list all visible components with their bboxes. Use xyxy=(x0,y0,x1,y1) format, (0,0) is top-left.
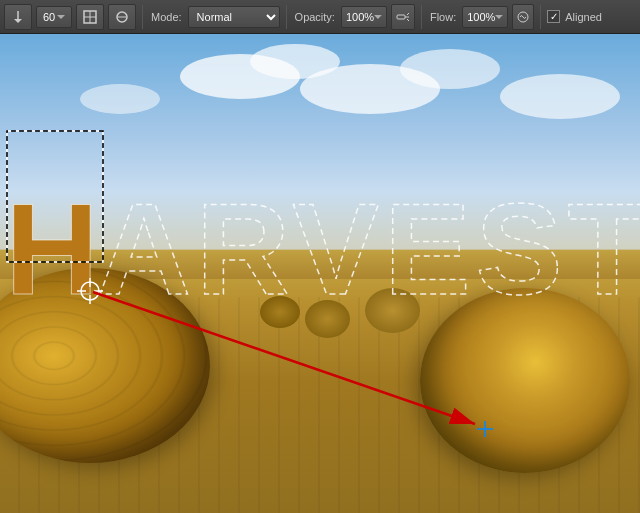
hay-bale-bg-1 xyxy=(365,288,420,333)
canvas-area[interactable]: .harvest-outline { font-family: 'Arial B… xyxy=(0,34,640,513)
flow-display[interactable]: 100% xyxy=(462,6,508,28)
svg-marker-8 xyxy=(374,15,382,19)
toolbar: 60 Mode: NormalDissolveMultiplyScreenOve… xyxy=(0,0,640,34)
svg-line-11 xyxy=(407,13,409,15)
cloud-6 xyxy=(500,74,620,119)
aligned-checkbox[interactable]: ✓ xyxy=(547,10,560,23)
flow-icon[interactable] xyxy=(512,4,534,30)
sep-3 xyxy=(421,5,422,29)
cloud-4 xyxy=(400,49,500,89)
hay-bale-bg-3 xyxy=(260,296,300,328)
svg-marker-13 xyxy=(495,15,503,19)
airbrush-toggle[interactable] xyxy=(391,4,415,30)
aligned-checkbox-area[interactable]: ✓ Aligned xyxy=(547,10,604,23)
tool-icon-3[interactable] xyxy=(108,4,136,30)
brush-size-display[interactable]: 60 xyxy=(36,6,72,28)
flow-label: Flow: xyxy=(430,11,456,23)
aligned-label: Aligned xyxy=(565,11,602,23)
svg-marker-1 xyxy=(14,19,22,23)
svg-line-12 xyxy=(407,19,409,21)
svg-rect-9 xyxy=(397,15,405,19)
sep-4 xyxy=(540,5,541,29)
sep-2 xyxy=(286,5,287,29)
opacity-label: Opacity: xyxy=(295,11,335,23)
tool-icon-1[interactable] xyxy=(4,4,32,30)
mode-select[interactable]: NormalDissolveMultiplyScreenOverlayDarke… xyxy=(188,6,280,28)
cloud-5 xyxy=(80,84,160,114)
flow-value: 100% xyxy=(467,11,495,23)
mode-label: Mode: xyxy=(151,11,182,23)
opacity-display[interactable]: 100% xyxy=(341,6,387,28)
tool-icon-2[interactable] xyxy=(76,4,104,30)
check-icon: ✓ xyxy=(550,11,558,22)
brush-size-value: 60 xyxy=(43,11,55,23)
opacity-value: 100% xyxy=(346,11,374,23)
sep-1 xyxy=(142,5,143,29)
hay-bale-right xyxy=(420,288,630,473)
hay-bale-bg-2 xyxy=(305,300,350,338)
svg-marker-2 xyxy=(57,15,65,19)
